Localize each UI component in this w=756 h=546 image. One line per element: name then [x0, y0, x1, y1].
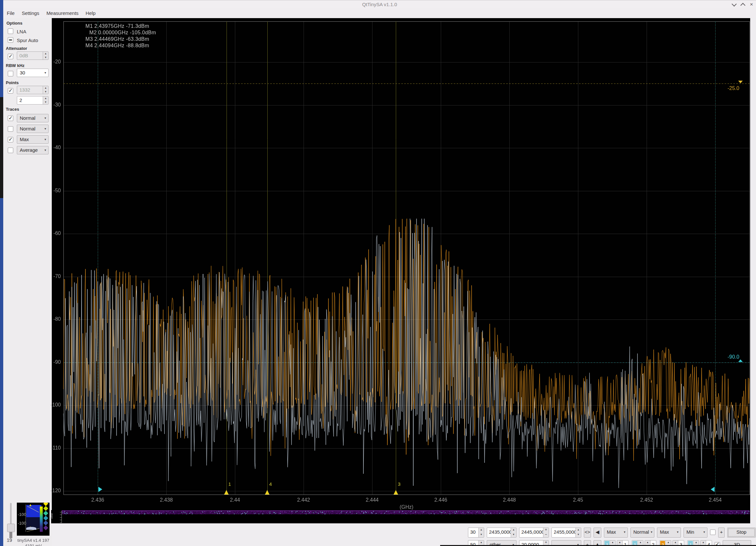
spin-arrows-icon — [575, 528, 581, 537]
trace1-enable-checkbox[interactable] — [8, 116, 13, 121]
marker-number-label[interactable]: 3 — [398, 481, 400, 487]
close-button[interactable]: × — [748, 1, 755, 8]
y-tick-label: -30 — [39, 102, 61, 108]
y-tick-label: -70 — [39, 273, 61, 279]
stop-frequency-spinbox[interactable]: 2455,0000 — [551, 528, 581, 538]
left-arrow-icon: ◀ — [595, 529, 599, 535]
trace4-mode-combobox[interactable]: Min — [684, 528, 707, 538]
thumb-diamond-icons: ◆◆◆ ◆◆◆ — [43, 503, 50, 530]
spectrum-canvas — [52, 18, 750, 510]
x-tick-label: 2.438 — [152, 497, 181, 503]
traces-group-label: Traces — [6, 107, 19, 112]
row1-checkbox[interactable] — [710, 529, 716, 535]
y-tick-label: -50 — [39, 188, 61, 194]
thumb-level-label: -100 — [18, 521, 26, 526]
chevron-down-icon — [42, 136, 48, 143]
waterfall-time-axis-label: Time — [50, 513, 53, 519]
chevron-down-icon — [42, 125, 48, 133]
trace4-enable-checkbox[interactable] — [8, 148, 13, 153]
trace3-mode-combobox[interactable]: Max — [657, 528, 681, 538]
waterfall: Time — [51, 510, 750, 523]
chevron-down-icon — [701, 528, 707, 537]
menu-item-help[interactable]: Help — [82, 8, 99, 18]
options-group-label: Options — [6, 21, 22, 26]
x-tick-label: 2.436 — [83, 497, 112, 503]
chevron-down-icon — [42, 69, 48, 77]
trace3-mode-combobox-sidebar[interactable]: Max — [17, 135, 49, 144]
window-title: QtTinySA v1.1.0 — [3, 2, 756, 7]
rbw-checkbox[interactable] — [8, 71, 13, 76]
spin-plusminus-icon — [543, 528, 549, 537]
y-tick-label: -120 — [39, 488, 61, 494]
span-swap-button[interactable]: <> — [584, 528, 591, 538]
x-tick-label: 2.446 — [426, 497, 455, 503]
trace1-mode-combobox-sidebar[interactable]: Normal — [17, 114, 49, 122]
spin-arrows-icon — [511, 528, 516, 537]
marker-readout-line: M2 0.00000GHz -105.0dBm — [89, 30, 156, 36]
minimize-icon — [731, 2, 737, 7]
chevron-down-icon — [675, 528, 681, 537]
attenuator-checkbox[interactable] — [8, 54, 13, 59]
menu-item-settings[interactable]: Settings — [18, 8, 43, 18]
center-frequency-spinbox[interactable]: 2445,0000 — [519, 528, 549, 538]
x-tick-label: 2.44 — [220, 497, 250, 503]
x-tick-label: 2.454 — [701, 497, 730, 503]
marker-number-label[interactable]: 4 — [269, 481, 272, 487]
trace2-mode-combobox[interactable]: Normal — [630, 528, 654, 538]
thumb-noise-hump — [26, 527, 36, 529]
spur-auto-label: Spur Auto — [17, 38, 38, 43]
device-screen-thumbnail: ◆◆◆ ◆◆◆ -100 -100 ▲ ▲ — [17, 503, 50, 536]
y-tick-label: -90 — [39, 359, 61, 365]
attenuator-group-label: Attenuator — [6, 46, 27, 51]
marker-readout-line: M3 2.44469GHz -63.3dBm — [85, 36, 149, 42]
thumb-level-label: -100 — [18, 512, 26, 517]
chevron-down-icon — [649, 528, 654, 537]
spur-auto-checkbox[interactable] — [8, 37, 13, 43]
spin-arrows-icon — [478, 528, 484, 537]
chevron-down-icon — [42, 114, 48, 122]
trace2-mode-combobox-sidebar[interactable]: Normal — [17, 125, 49, 133]
trace2-enable-checkbox[interactable] — [8, 126, 13, 132]
y-tick-label: -110 — [39, 445, 61, 451]
points-checkbox[interactable] — [8, 88, 13, 94]
lna-checkbox[interactable] — [8, 28, 13, 34]
reference-level-label[interactable]: -25.0 — [728, 85, 739, 91]
spin-arrows-icon — [43, 52, 48, 60]
minimize-button[interactable] — [730, 1, 738, 8]
waterfall-canvas — [51, 510, 750, 523]
x-tick-label: 2.452 — [632, 497, 661, 503]
titlebar: QtTinySA v1.1.0 × — [3, 0, 756, 9]
start-frequency-spinbox[interactable]: 2435,0000 — [487, 528, 517, 538]
sidebar: Options LNA Spur Auto Attenuator 0dB RBW… — [3, 18, 52, 546]
rbw-spinbox[interactable]: 30 — [468, 528, 484, 538]
desktop-edge-mid — [0, 97, 3, 198]
spectrum-plot — [52, 18, 750, 510]
qttinysa-window: QtTinySA v1.1.0 × FileSettingsMeasuremen… — [0, 0, 756, 546]
desktop-edge-bottom — [0, 198, 3, 546]
menu-item-file[interactable]: File — [3, 8, 18, 18]
x-tick-label: 2.448 — [495, 497, 524, 503]
band-back-button[interactable]: ◀ — [594, 528, 601, 538]
points-spinbox[interactable]: 1332 — [17, 86, 49, 94]
trace3-enable-checkbox[interactable] — [8, 137, 13, 142]
stop-button[interactable]: Stop — [727, 528, 756, 538]
marker-readout-line: M4 2.44094GHz -88.8dBm — [85, 43, 149, 49]
desktop-edge-top — [0, 0, 3, 97]
x-tick-label: 2.444 — [358, 497, 387, 503]
chevron-down-icon — [622, 528, 628, 537]
gain-slider-handle[interactable] — [7, 524, 15, 532]
add-button[interactable]: + — [718, 528, 725, 538]
marker-number-label[interactable]: 1 — [228, 481, 231, 487]
y-tick-label: -40 — [39, 145, 61, 150]
points-group-label: Points — [6, 80, 19, 85]
close-icon: × — [750, 1, 753, 7]
rbw-combobox[interactable]: 30 — [17, 69, 49, 77]
reference-level-label[interactable]: -90.0 — [728, 354, 739, 360]
x-axis-unit-label: (GHz) — [392, 504, 421, 510]
y-tick-label: -60 — [39, 230, 61, 236]
maximize-button[interactable] — [739, 1, 746, 8]
y-tick-label: -100 — [39, 402, 61, 408]
menu-item-measurements[interactable]: Measurements — [43, 8, 82, 18]
firmware-label: tinySA4 v1.4 197 — [12, 538, 54, 543]
trace1-mode-combobox[interactable]: Max — [604, 528, 628, 538]
